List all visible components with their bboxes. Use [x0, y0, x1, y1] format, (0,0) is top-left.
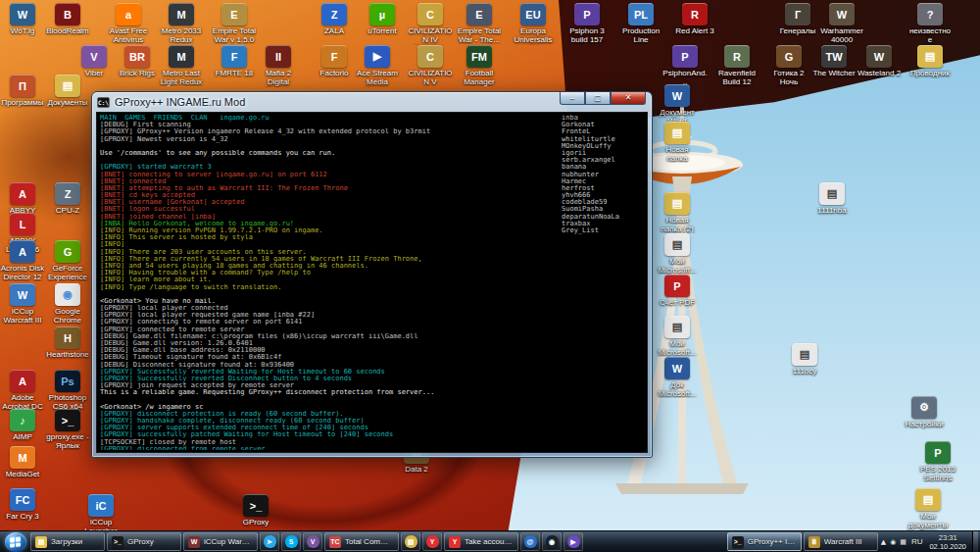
desktop-icon-счёт-pdf[interactable]: PСчёт PDF: [655, 275, 700, 308]
desktop-icon-mediaget[interactable]: MMediaGet: [0, 446, 45, 479]
desktop-icon-wot-lg[interactable]: WWoT.lg: [0, 3, 45, 36]
language-indicator[interactable]: RU: [911, 537, 923, 546]
icon-label: Metro Last Light Redux: [159, 70, 204, 86]
desktop-icon-aimp[interactable]: ♪AIMP: [0, 409, 45, 442]
desktop-icon-проводник[interactable]: ▤Проводник: [907, 45, 953, 78]
desktop-icon-factorio[interactable]: FFactorio: [312, 45, 357, 78]
console-line: [GPROXY] handshake complete, disconnect …: [100, 418, 562, 425]
desktop-icon-zala[interactable]: ZZALA: [312, 3, 357, 36]
desktop-icon-cpu-z[interactable]: ZCPU-Z: [45, 182, 90, 216]
desktop-icon-новая-папка-2[interactable]: ▤Новая папка (2): [655, 192, 700, 233]
icon-label: Acronis Disk Director 12: [0, 265, 45, 281]
desktop-icon-geforce-experience[interactable]: GGeForce Experience: [45, 240, 90, 281]
tray-hidden-icons-icon[interactable]: ▲: [881, 538, 886, 546]
console-body[interactable]: MAIN GAMES FRIENDS CLAN ingame.go.ru[DEB…: [96, 112, 648, 453]
tray-volume-icon[interactable]: ◉: [890, 538, 896, 546]
desktop-icon-док-microsoft[interactable]: WДок Microsoft...: [655, 357, 700, 398]
utorrent-icon: µ: [369, 3, 395, 25]
titlebar[interactable]: C:\ GProxy++ INGAME.ru Mod – ▢ ✕: [92, 92, 652, 112]
desktop-icon-far-cry-3[interactable]: FCFar Cry 3: [0, 488, 45, 522]
taskbar-gproxy-ingame-button[interactable]: >_GProxy++ INGAME...: [727, 532, 802, 551]
desktop-icon-документы[interactable]: ▤Документы: [45, 75, 90, 108]
taskbar-viber-icon[interactable]: V: [303, 532, 322, 551]
desktop-icon-europa-universalis-iv[interactable]: EUEuropa Universalis IV: [511, 3, 556, 45]
taskbar-mail-icon[interactable]: @: [520, 532, 540, 551]
desktop-icon-football-manager[interactable]: FMFootball Manager: [457, 45, 502, 86]
desktop-icon-ravenfield-build-12-32bit[interactable]: RRavenfield Build 12 32bit: [714, 45, 760, 87]
taskbar-yandex-browser-button[interactable]: YTake account - Gp...: [444, 532, 518, 551]
taskbar-game-center-icon[interactable]: ▶: [564, 532, 583, 551]
close-button[interactable]: ✕: [611, 92, 646, 105]
desktop-icon-civilization-iv-колониз[interactable]: CCIVILIZATION IV Колониз.: [408, 3, 453, 45]
desktop-icon-мои-microsoft[interactable]: ▤Мои Microsoft...: [655, 316, 700, 357]
desktop-icon-utorrent[interactable]: µuTorrent: [360, 3, 405, 36]
console-line: [100, 291, 562, 298]
console-window[interactable]: C:\ GProxy++ INGAME.ru Mod – ▢ ✕ MAIN GA…: [91, 91, 653, 458]
desktop-icon-iccup-warcraft-iii[interactable]: WiCCup Warcraft III: [0, 283, 45, 325]
desktop-icon-psiphonand[interactable]: PPsiphonAnd...: [662, 45, 708, 86]
taskbar-skype-icon[interactable]: S: [281, 532, 301, 551]
desktop-icon-мои-документы-2010[interactable]: ▤Мои документы 2010: [906, 488, 951, 530]
ravenfield-build-12-32bit-icon: R: [724, 45, 750, 68]
start-button[interactable]: [5, 532, 26, 552]
desktop-icon-gproxy-exe-ярлык[interactable]: >_gproxy.exe - Ярлык: [45, 409, 90, 450]
tray-network-icon[interactable]: ▦: [900, 538, 906, 546]
desktop-icon-настройки[interactable]: ⚙Настройки: [902, 396, 947, 429]
taskbar-downloads-button[interactable]: ▤Загрузки: [30, 532, 105, 551]
desktop-icon-генералы[interactable]: ГГенералы: [775, 3, 820, 36]
show-desktop-button[interactable]: [972, 531, 978, 552]
desktop-icon-новая-папка[interactable]: ▤Новая папка: [655, 122, 700, 163]
desktop-icon-mafia-2-digital-deluxe[interactable]: IIMafia 2 Digital Deluxe: [256, 45, 301, 87]
документы-icon: ▤: [55, 75, 80, 97]
minimize-button[interactable]: –: [560, 92, 585, 105]
desktop-icon-empire-total-war-v-1-5-0[interactable]: EEmpire Total War v 1.5.0: [212, 3, 257, 44]
desktop-icon-warhammer-40000[interactable]: WWarhammer 40000: [819, 3, 864, 44]
desktop-icon-empire-total-war-the[interactable]: EEmpire Total War - The...: [457, 3, 502, 44]
desktop-icon-adobe-acrobat-dc[interactable]: AAdobe Acrobat DC: [0, 370, 45, 411]
desktop-icon-1111nba[interactable]: ▤1111nba: [809, 182, 855, 216]
desktop-icon-мои-microsoft[interactable]: ▤Мои Microsoft...: [655, 233, 700, 275]
taskbar-iccup-warcraft-button[interactable]: WiCCup Warcraft III: [183, 532, 258, 551]
desktop-icon-iccup-launcher[interactable]: iCiCCup Launcher: [78, 494, 123, 535]
desktop-icon-google-chrome[interactable]: ◉Google Chrome: [45, 283, 90, 325]
clock[interactable]: 23:31 02.10.2020: [929, 533, 966, 551]
desktop-icon-ace-stream-media-center[interactable]: ▶Ace Stream Media Center: [355, 45, 400, 87]
taskbar-gproxy-button[interactable]: >_GProxy: [107, 532, 181, 551]
desktop-icon-brick-rigs[interactable]: BRBrick Rigs: [115, 45, 160, 78]
gproxy-icon: >_: [112, 536, 123, 548]
desktop-icon-production-line[interactable]: PLProduction Line: [618, 3, 663, 44]
desktop-icon-wasteland-2[interactable]: WWasteland 2: [857, 45, 902, 78]
console-line: [GPROXY] started warcraft 3: [100, 164, 562, 171]
desktop-icon-civilization-v[interactable]: CCIVILIZATION V: [408, 45, 453, 86]
desktop-icon-fmrte-18[interactable]: FFMRTE 18: [212, 45, 257, 78]
console-line: <Gorkonat> You have no mail.: [100, 298, 562, 305]
taskbar-warcraft3-button[interactable]: ⅢWarcraft III: [804, 532, 878, 551]
desktop-icon-hearthstone[interactable]: HHearthstone: [45, 326, 90, 360]
desktop-icon-psiphon-3-build-157[interactable]: PPsiphon 3 build 157: [564, 3, 610, 44]
desktop-icon-photoshop-cs6-x64[interactable]: PsPhotoshop CS6 x64: [45, 370, 90, 411]
maximize-button[interactable]: ▢: [585, 92, 611, 105]
desktop-icon-документ-word[interactable]: WДокумент Word: [655, 84, 700, 125]
desktop-icon-программы[interactable]: ППрограммы: [0, 75, 45, 108]
desktop-icon-bloodrealm[interactable]: BBloodRealm: [45, 3, 90, 36]
desktop-icon-pes-2013-settings[interactable]: PPES 2013 Settings: [915, 441, 960, 482]
desktop-icon-metro-2033-redux[interactable]: MMetro 2033 Redux: [159, 3, 204, 44]
taskbar-steam-icon[interactable]: ◉: [542, 532, 562, 551]
desktop-icon-red-alert-3[interactable]: RRed Alert 3: [672, 3, 717, 36]
desktop-icon-gproxy[interactable]: >_GProxy: [233, 494, 278, 527]
desktop-icon-acronis-disk-director-12[interactable]: AAcronis Disk Director 12: [0, 240, 45, 281]
icon-label: Программы: [0, 99, 45, 108]
desktop-icon-avast-free-antivirus[interactable]: aAvast Free Antivirus: [106, 3, 151, 44]
taskbar-yandex-icon[interactable]: Y: [422, 532, 442, 551]
desktop-icon-abbyy[interactable]: AABBYY: [0, 182, 45, 216]
desktop-icon-the-witcher[interactable]: TWThe Witcher: [811, 45, 857, 78]
taskbar-total-commander-button[interactable]: TCTotal Commande...: [324, 532, 399, 551]
far-cry-3-icon: FC: [10, 488, 35, 511]
taskbar-explorer-icon[interactable]: ▤: [401, 532, 420, 551]
desktop-icon-metro-last-light-redux[interactable]: MMetro Last Light Redux: [159, 45, 204, 86]
taskbar-telegram-icon[interactable]: ➤: [260, 532, 279, 551]
desktop-icon-неизвестное[interactable]: ?неизвестное: [907, 3, 953, 44]
desktop-icon-viber[interactable]: VViber: [72, 45, 117, 78]
desktop-icon-111ocy[interactable]: ▤111ocy: [782, 343, 827, 376]
desktop-icon-готика-2-ночь-ворона[interactable]: GГотика 2 Ночь Ворона: [766, 45, 811, 87]
